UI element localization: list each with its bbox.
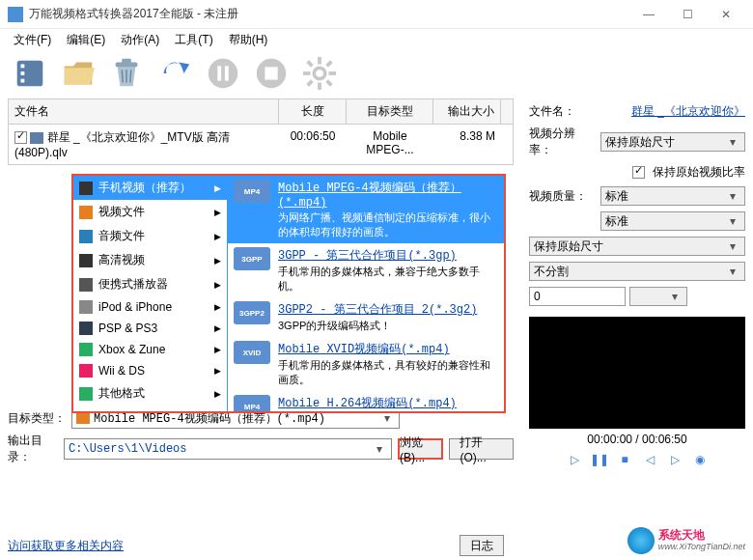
- output-dir-input[interactable]: [69, 442, 372, 456]
- prev-button[interactable]: ◁: [640, 450, 659, 469]
- audio-quality-select[interactable]: 标准▾: [600, 211, 745, 231]
- col-size[interactable]: 输出大小: [433, 99, 501, 124]
- menubar: 文件(F) 编辑(E) 动作(A) 工具(T) 帮助(H): [0, 29, 753, 50]
- category-icon: [79, 387, 93, 401]
- menu-help[interactable]: 帮助(H): [223, 30, 274, 50]
- play-button[interactable]: ▷: [565, 450, 584, 469]
- format-item[interactable]: XVIDMobile XVID视频编码(*.mp4)手机常用的多媒体格式，具有较…: [228, 337, 504, 391]
- category-item[interactable]: 手机视频（推荐）▶: [73, 176, 227, 200]
- svg-rect-2: [21, 71, 25, 75]
- format-item[interactable]: MP4Mobile H.264视频编码(*.mp4)为网络广播、视频通信制定的压…: [228, 391, 504, 411]
- format-badge-icon: MP4: [234, 180, 270, 203]
- next-button[interactable]: ▷: [665, 450, 684, 469]
- format-desc: 手机常用的多媒体格式，具有较好的兼容性和画质。: [278, 358, 498, 387]
- quality-select[interactable]: 标准▾: [600, 186, 745, 206]
- category-item[interactable]: PSP & PS3▶: [73, 318, 227, 339]
- browse-button[interactable]: 浏览(B)...: [398, 438, 443, 460]
- category-item[interactable]: 视频文件▶: [73, 200, 227, 224]
- split-select[interactable]: 不分割▾: [529, 262, 745, 281]
- pause-button[interactable]: [201, 52, 245, 95]
- player-pause-button[interactable]: ❚❚: [590, 450, 609, 469]
- category-item[interactable]: Xbox & Zune▶: [73, 339, 227, 360]
- output-dir-combo[interactable]: ▾: [64, 438, 392, 460]
- dropdown-icon[interactable]: ▾: [372, 442, 387, 456]
- svg-line-8: [130, 70, 131, 82]
- table-row[interactable]: 群星 _《北京欢迎你》_MTV版 高清 (480P).qlv 00:06:50 …: [9, 125, 513, 164]
- format-item[interactable]: 3GPP3GPP - 第三代合作项目(*.3gp)手机常用的多媒体格式，兼容于绝…: [228, 243, 504, 297]
- close-button[interactable]: ✕: [707, 3, 745, 26]
- category-item[interactable]: 音频文件▶: [73, 224, 227, 248]
- format-desc: 3GPP的升级编码格式！: [278, 319, 498, 333]
- menu-edit[interactable]: 编辑(E): [61, 30, 111, 50]
- format-item[interactable]: 3GPP23GPP2 - 第三代合作项目 2(*.3g2)3GPP的升级编码格式…: [228, 297, 504, 337]
- category-item[interactable]: 便携式播放器▶: [73, 272, 227, 296]
- row-checkbox[interactable]: [14, 131, 27, 144]
- col-length[interactable]: 长度: [279, 99, 347, 124]
- delete-button[interactable]: [104, 52, 149, 95]
- category-icon: [79, 322, 93, 335]
- log-button[interactable]: 日志: [460, 535, 504, 556]
- minimize-button[interactable]: —: [629, 3, 668, 26]
- filename-label: 文件名：: [529, 103, 597, 120]
- col-target[interactable]: 目标类型: [347, 99, 433, 124]
- filename-value[interactable]: 群星 _《北京欢迎你》: [600, 103, 745, 120]
- category-item[interactable]: iPod & iPhone▶: [73, 296, 227, 318]
- svg-line-22: [327, 62, 332, 67]
- dropdown-icon[interactable]: ▾: [379, 411, 395, 425]
- format-badge-icon: 3GPP: [234, 247, 270, 270]
- film-icon: [30, 132, 43, 144]
- menu-action[interactable]: 动作(A): [115, 30, 165, 50]
- format-title: 3GPP2 - 第三代合作项目 2(*.3g2): [278, 301, 498, 318]
- format-item[interactable]: MP4Mobile MPEG-4视频编码（推荐）(*.mp4)为网络广播、视频通…: [228, 176, 504, 243]
- size-select[interactable]: 保持原始尺寸▾: [529, 237, 745, 256]
- category-icon: [79, 182, 93, 195]
- split-value-input[interactable]: [529, 287, 626, 306]
- cell-filename: 群星 _《北京欢迎你》_MTV版 高清 (480P).qlv: [14, 130, 230, 159]
- format-title: Mobile H.264视频编码(*.mp4): [278, 395, 498, 411]
- svg-rect-5: [122, 59, 131, 64]
- category-label: 便携式播放器: [98, 276, 168, 293]
- dropdown-icon[interactable]: ▾: [725, 265, 740, 278]
- menu-file[interactable]: 文件(F): [8, 30, 57, 50]
- format-title: Mobile XVID视频编码(*.mp4): [278, 341, 498, 357]
- chevron-right-icon: ▶: [214, 208, 221, 217]
- player-stop-button[interactable]: ■: [615, 450, 634, 469]
- dropdown-icon[interactable]: ▾: [725, 189, 740, 203]
- video-preview[interactable]: [529, 317, 745, 429]
- convert-button[interactable]: [153, 52, 197, 95]
- dropdown-icon[interactable]: ▾: [725, 135, 740, 149]
- col-filename[interactable]: 文件名: [9, 99, 279, 124]
- svg-line-20: [327, 81, 332, 86]
- snapshot-button[interactable]: ◉: [690, 450, 710, 469]
- split-unit-select[interactable]: ▾: [629, 287, 687, 306]
- category-item[interactable]: 其他格式▶: [73, 381, 227, 406]
- category-icon: [79, 343, 93, 356]
- left-pane: 文件名 长度 目标类型 输出大小 群星 _《北京欢迎你》_MTV版 高清 (48…: [0, 97, 521, 473]
- category-label: Xbox & Zune: [98, 343, 165, 356]
- open-button[interactable]: 打开(O)...: [449, 438, 514, 460]
- dropdown-icon[interactable]: ▾: [725, 239, 740, 253]
- brand-url: www.XiTongTianDi.net: [658, 543, 745, 552]
- dropdown-icon[interactable]: ▾: [667, 290, 683, 303]
- format-badge-icon: XVID: [234, 341, 270, 364]
- open-folder-button[interactable]: [56, 52, 100, 95]
- settings-button[interactable]: [297, 52, 342, 95]
- category-item[interactable]: 高清视频▶: [73, 248, 227, 272]
- dropdown-icon[interactable]: ▾: [725, 214, 740, 228]
- add-file-button[interactable]: [8, 52, 52, 95]
- resolution-select[interactable]: 保持原始尺寸▾: [600, 132, 745, 152]
- chevron-right-icon: ▶: [214, 389, 221, 399]
- target-type-input[interactable]: [94, 411, 379, 425]
- chevron-right-icon: ▶: [214, 345, 221, 354]
- menu-tools[interactable]: 工具(T): [169, 30, 218, 50]
- stop-button[interactable]: [249, 52, 293, 95]
- category-item[interactable]: Wii & DS▶: [73, 360, 227, 381]
- right-pane: 文件名：群星 _《北京欢迎你》 视频分辨率：保持原始尺寸▾ 保持原始视频比率 视…: [521, 97, 753, 473]
- maximize-button[interactable]: ☐: [668, 3, 707, 26]
- category-label: 手机视频（推荐）: [98, 180, 191, 196]
- related-link[interactable]: 访问获取更多相关内容: [8, 538, 124, 554]
- keep-ratio-checkbox[interactable]: [632, 166, 645, 179]
- format-list: MP4Mobile MPEG-4视频编码（推荐）(*.mp4)为网络广播、视频通…: [228, 176, 504, 411]
- target-type-label: 目标类型：: [8, 410, 66, 427]
- svg-point-9: [209, 59, 237, 88]
